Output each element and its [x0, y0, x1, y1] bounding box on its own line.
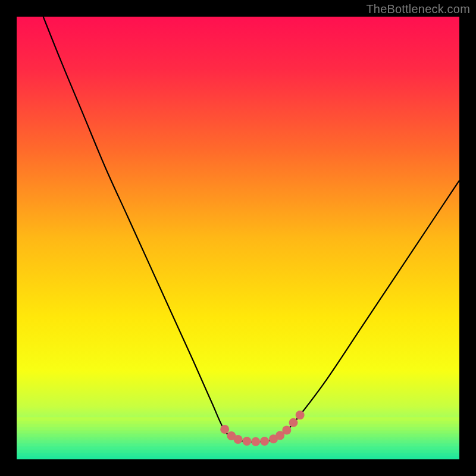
marker-dot [234, 435, 243, 444]
chart-frame: TheBottleneck.com [0, 0, 476, 476]
svg-rect-9 [17, 446, 459, 450]
svg-rect-10 [17, 450, 459, 453]
marker-dot [251, 437, 260, 446]
marker-dot [242, 437, 251, 446]
plot-area [17, 17, 459, 459]
watermark-text: TheBottleneck.com [366, 2, 470, 16]
marker-dot [220, 425, 229, 434]
svg-rect-0 [17, 417, 459, 421]
svg-rect-2 [17, 424, 459, 427]
plot-svg [17, 17, 459, 459]
marker-dot [296, 411, 305, 419]
svg-rect-4 [17, 430, 459, 434]
svg-rect-11 [17, 453, 459, 456]
svg-rect-12 [17, 456, 459, 459]
marker-dot [289, 418, 298, 427]
marker-dot [282, 425, 291, 434]
gradient-background [17, 17, 459, 459]
marker-dot [260, 437, 269, 446]
svg-rect-1 [17, 421, 459, 424]
svg-rect-3 [17, 427, 459, 431]
